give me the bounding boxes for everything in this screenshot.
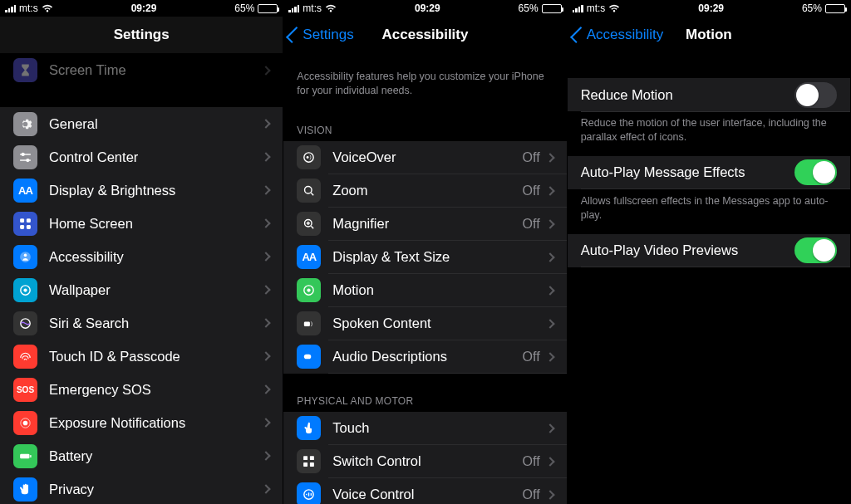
sliders-icon <box>13 145 37 169</box>
chevron-right-icon <box>545 252 554 262</box>
row-home-screen[interactable]: Home Screen <box>0 207 283 240</box>
row-wallpaper[interactable]: Wallpaper <box>0 273 283 306</box>
battery-icon <box>13 444 37 468</box>
row-value: Off <box>523 487 540 502</box>
signal-icon <box>573 4 583 12</box>
svg-rect-28 <box>303 462 307 467</box>
finger-icon <box>13 345 37 369</box>
row-switch-control[interactable]: Switch ControlOff <box>283 445 566 478</box>
row-label: Siri & Search <box>49 316 263 331</box>
nav-header: Settings <box>0 17 283 53</box>
svg-point-9 <box>24 253 27 257</box>
row-value: Off <box>523 350 540 365</box>
chevron-right-icon <box>545 219 554 228</box>
row-display-text-size[interactable]: AADisplay & Text Size <box>283 241 566 274</box>
row-voice-control[interactable]: Voice ControlOff <box>283 478 566 504</box>
chevron-right-icon <box>262 451 271 460</box>
battery-icon <box>258 4 278 13</box>
gear-icon <box>13 112 37 136</box>
svg-point-8 <box>20 252 31 262</box>
svg-rect-6 <box>20 224 24 228</box>
row-privacy[interactable]: Privacy <box>0 472 283 504</box>
carrier-label: mt:s <box>19 2 38 14</box>
row-siri-search[interactable]: Siri & Search <box>0 306 283 340</box>
wifi-icon <box>325 4 337 12</box>
row-label: Display & Brightness <box>49 183 263 198</box>
row-voiceover[interactable]: VoiceOverOff <box>283 141 566 174</box>
svg-rect-31 <box>306 494 307 495</box>
wifi-icon <box>608 4 620 12</box>
row-audio-descriptions[interactable]: Audio DescriptionsOff <box>283 340 566 374</box>
row-general[interactable]: General <box>0 107 283 140</box>
chevron-right-icon <box>545 352 554 361</box>
svg-rect-26 <box>303 456 307 460</box>
chevron-right-icon <box>545 490 554 499</box>
toggle-label: Auto-Play Video Previews <box>581 242 794 258</box>
page-title: Motion <box>686 27 732 43</box>
svg-rect-27 <box>310 456 314 460</box>
row-label: Wallpaper <box>49 282 263 298</box>
toggle-label: Auto-Play Message Effects <box>581 164 794 180</box>
toggle-row-auto-play-message-effects: Auto-Play Message Effects <box>568 156 850 189</box>
toggle-switch[interactable] <box>794 159 837 185</box>
AA-icon: AA <box>297 245 321 269</box>
toggle-switch[interactable] <box>794 237 837 263</box>
toggle-switch[interactable] <box>794 82 837 108</box>
voiceover-icon <box>297 145 321 169</box>
toggle-row-auto-play-video-previews: Auto-Play Video Previews <box>568 234 850 267</box>
person-icon <box>13 245 37 269</box>
row-touch[interactable]: Touch <box>283 412 566 445</box>
expose-icon <box>13 411 37 435</box>
row-magnifier[interactable]: MagnifierOff <box>283 208 566 241</box>
motion-icon <box>297 278 321 302</box>
chevron-right-icon <box>262 218 271 228</box>
svg-rect-24 <box>304 355 312 360</box>
row-touch-id-passcode[interactable]: Touch ID & Passcode <box>0 340 283 373</box>
row-spoken-content[interactable]: Spoken Content <box>283 307 566 340</box>
accessibility-panel: mt:s 09:29 65% Settings Accessibility Ac… <box>283 0 567 504</box>
speak-icon <box>297 311 321 335</box>
row-exposure-notifications[interactable]: Exposure Notifications <box>0 406 283 439</box>
row-motion[interactable]: Motion <box>283 274 566 307</box>
row-label: Touch ID & Passcode <box>49 349 263 365</box>
svg-point-25 <box>312 356 313 358</box>
row-label: Exposure Notifications <box>49 415 263 431</box>
carrier-label: mt:s <box>587 2 606 14</box>
svg-point-22 <box>307 289 311 292</box>
section-header-motor: PHYSICAL AND MOTOR <box>283 374 566 412</box>
AA-icon: AA <box>13 179 37 203</box>
svg-rect-15 <box>20 453 29 458</box>
row-value: Off <box>523 150 540 165</box>
chevron-right-icon <box>545 319 554 328</box>
chevron-right-icon <box>262 351 271 360</box>
page-title: Accessibility <box>382 27 469 43</box>
chevron-right-icon <box>262 66 271 75</box>
row-label: Display & Text Size <box>332 249 546 265</box>
row-battery[interactable]: Battery <box>0 439 283 472</box>
back-button[interactable]: Accessibility <box>574 17 664 53</box>
row-label: Touch <box>332 420 546 436</box>
section-header-vision: VISION <box>283 110 566 141</box>
battery-percent: 65% <box>519 2 539 14</box>
row-zoom[interactable]: ZoomOff <box>283 174 566 208</box>
battery-icon <box>825 4 845 13</box>
row-display-brightness[interactable]: AADisplay & Brightness <box>0 174 283 207</box>
row-screen-time[interactable]: Screen Time <box>0 53 283 92</box>
voice-icon <box>297 482 321 504</box>
svg-rect-33 <box>311 493 312 496</box>
back-button[interactable]: Settings <box>290 17 353 53</box>
row-control-center[interactable]: Control Center <box>0 140 283 174</box>
page-title: Settings <box>114 27 170 43</box>
row-accessibility[interactable]: Accessibility <box>0 240 283 273</box>
nav-header: Accessibility Motion <box>568 17 850 53</box>
svg-point-10 <box>23 288 27 291</box>
svg-point-3 <box>26 158 29 161</box>
row-label: Motion <box>332 282 546 298</box>
siri-icon <box>13 311 37 335</box>
row-emergency-sos[interactable]: SOSEmergency SOS <box>0 373 283 406</box>
chevron-right-icon <box>545 186 554 195</box>
battery-percent: 65% <box>234 2 254 14</box>
row-label: Control Center <box>49 149 263 165</box>
svg-rect-7 <box>27 224 31 228</box>
grid-icon <box>13 212 37 236</box>
